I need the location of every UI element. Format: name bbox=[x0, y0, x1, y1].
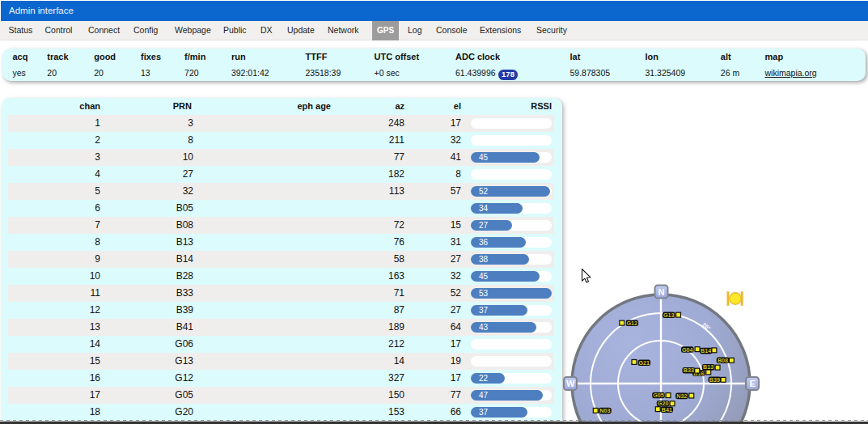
svg-text:G05: G05 bbox=[653, 392, 664, 399]
svg-text:B08: B08 bbox=[718, 357, 728, 364]
svg-text:B14: B14 bbox=[701, 347, 711, 354]
svg-text:N: N bbox=[658, 287, 665, 297]
svg-text:G12: G12 bbox=[627, 320, 638, 327]
svg-text:W: W bbox=[566, 379, 575, 388]
svg-text:G13: G13 bbox=[663, 312, 675, 319]
svg-text:N32: N32 bbox=[676, 392, 687, 400]
svg-text:G04: G04 bbox=[682, 346, 693, 354]
svg-text:B39: B39 bbox=[709, 376, 720, 384]
svg-text:B41: B41 bbox=[662, 406, 672, 413]
svg-text:E: E bbox=[749, 379, 755, 388]
svg-text:N03: N03 bbox=[599, 407, 610, 414]
svg-text:B33: B33 bbox=[684, 367, 694, 374]
svg-text:G21: G21 bbox=[639, 359, 650, 367]
